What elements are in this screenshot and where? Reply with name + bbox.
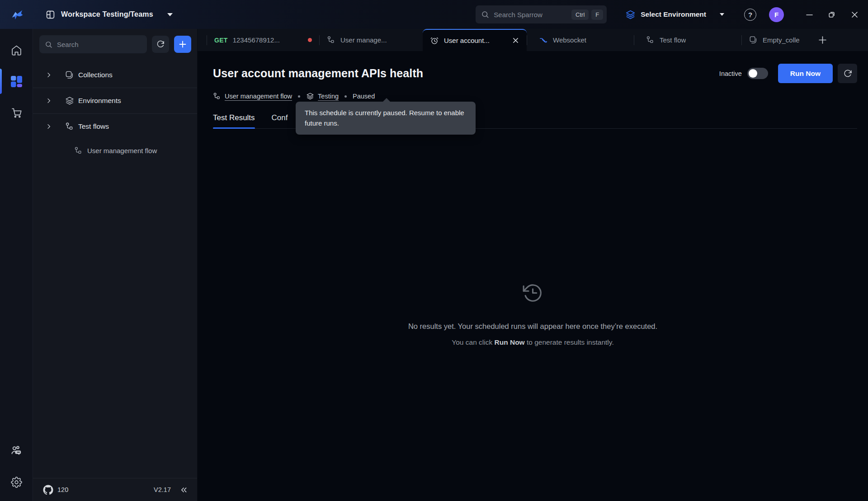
environments-icon bbox=[65, 96, 74, 105]
nav-home[interactable] bbox=[10, 44, 23, 56]
flow-icon bbox=[646, 36, 655, 44]
sidebar-item-label: Test flows bbox=[78, 122, 109, 131]
chevron-down-icon bbox=[167, 13, 173, 16]
collections-icon bbox=[65, 70, 74, 80]
sidebar-add-button[interactable] bbox=[174, 36, 191, 53]
tab-label: Test flow bbox=[660, 36, 686, 44]
help-button[interactable]: ? bbox=[744, 9, 756, 21]
http-method-badge: GET bbox=[214, 37, 228, 44]
sparrow-app: Workspace Testing/Teams Ctrl F Se bbox=[0, 0, 868, 501]
tab-label: User manage... bbox=[340, 36, 387, 44]
new-tab-button[interactable] bbox=[812, 29, 833, 51]
breadcrumb-flow-link[interactable]: User management flow bbox=[213, 92, 292, 100]
sidebar-footer: 120 V2.17 bbox=[33, 478, 197, 501]
tab-label: Websocket bbox=[553, 36, 586, 44]
primary-nav-rail bbox=[0, 29, 33, 501]
unsaved-dot-icon bbox=[308, 38, 312, 42]
run-now-button[interactable]: Run Now bbox=[778, 64, 833, 83]
topbar: Workspace Testing/Teams Ctrl F Se bbox=[0, 0, 868, 29]
close-tab-icon[interactable] bbox=[512, 37, 519, 44]
refresh-results-button[interactable] bbox=[838, 64, 857, 83]
breadcrumb-dot bbox=[344, 95, 347, 98]
nav-marketplace[interactable] bbox=[10, 106, 23, 119]
chevron-right-icon bbox=[46, 98, 52, 104]
environment-selector[interactable]: Select Environment bbox=[626, 10, 724, 19]
tab-rest-request[interactable]: GET 12345678912... bbox=[207, 29, 319, 51]
breadcrumb-dot bbox=[298, 95, 300, 98]
alarm-icon bbox=[430, 36, 439, 45]
schedule-actions: Inactive Run Now bbox=[719, 64, 857, 83]
sidebar-item-collections[interactable]: Collections bbox=[33, 62, 197, 88]
tab-test-results[interactable]: Test Results bbox=[213, 113, 255, 128]
schedule-status-label: Inactive bbox=[719, 70, 742, 77]
empty-state-message: No results yet. Your scheduled runs will… bbox=[408, 322, 657, 331]
collections-icon bbox=[749, 36, 758, 44]
sidebar-search[interactable] bbox=[39, 35, 147, 53]
tab-user-account-schedule[interactable]: User account... bbox=[423, 29, 527, 51]
empty-state-hint: You can click Run Now to generate result… bbox=[452, 338, 613, 346]
sidebar: Collections Environments bbox=[33, 29, 198, 501]
schedule-status-badge: Paused bbox=[353, 93, 375, 100]
flow-icon bbox=[327, 36, 335, 44]
breadcrumb: User management flow Testing Paused bbox=[213, 92, 857, 100]
sidebar-item-label: Collections bbox=[78, 71, 113, 79]
schedule-active-toggle[interactable] bbox=[747, 68, 768, 79]
history-icon bbox=[522, 282, 543, 304]
nav-workspace-active[interactable] bbox=[10, 75, 23, 88]
flow-icon bbox=[65, 122, 74, 131]
schedule-detail-panel: User account management APIs health Inac… bbox=[198, 51, 868, 501]
tab-websocket[interactable]: Websocket bbox=[527, 29, 634, 51]
empty-results-state: No results yet. Your scheduled runs will… bbox=[198, 282, 868, 346]
tabbar: GET 12345678912... User manage... bbox=[198, 29, 868, 51]
window-controls bbox=[806, 11, 858, 18]
toggle-knob bbox=[749, 69, 757, 78]
github-star-count: 120 bbox=[57, 486, 68, 493]
help-glyph: ? bbox=[748, 11, 752, 19]
rail-bottom-group bbox=[10, 445, 23, 501]
dashboard-icon bbox=[10, 75, 23, 88]
breadcrumb-environment-link[interactable]: Testing bbox=[306, 92, 339, 100]
sidebar-item-environments[interactable]: Environments bbox=[33, 88, 197, 113]
avatar[interactable]: F bbox=[769, 7, 784, 22]
sidebar-item-test-flows[interactable]: Test flows bbox=[33, 114, 197, 139]
workarea: GET 12345678912... User manage... bbox=[198, 29, 868, 501]
workspace-layout-icon bbox=[46, 10, 55, 19]
tab-label: Empty_colle bbox=[763, 36, 800, 44]
keycap-f: F bbox=[591, 9, 603, 20]
active-nav-indicator bbox=[0, 69, 2, 94]
sidebar-item-label: Environments bbox=[78, 97, 121, 105]
workspace-selector[interactable]: Workspace Testing/Teams bbox=[46, 10, 173, 19]
hint-run-now: Run Now bbox=[495, 338, 525, 346]
sidebar-search-input[interactable] bbox=[57, 41, 147, 48]
environment-label: Select Environment bbox=[641, 10, 706, 19]
app-version: V2.17 bbox=[154, 486, 171, 493]
tab-configuration[interactable]: Conf bbox=[272, 113, 288, 128]
workspace-label: Workspace Testing/Teams bbox=[61, 10, 153, 19]
websocket-icon bbox=[539, 36, 548, 45]
global-search-input[interactable] bbox=[494, 11, 569, 19]
minimize-button[interactable] bbox=[806, 11, 813, 18]
layers-icon bbox=[306, 92, 314, 100]
nav-settings[interactable] bbox=[10, 476, 23, 488]
sidebar-tree: Collections Environments bbox=[33, 59, 197, 162]
layers-icon bbox=[626, 10, 635, 19]
tab-empty-collection[interactable]: Empty_colle bbox=[742, 29, 812, 51]
collapse-sidebar-button[interactable] bbox=[179, 486, 188, 494]
breadcrumb-flow-label: User management flow bbox=[225, 93, 292, 100]
tab-test-flow[interactable]: Test flow bbox=[634, 29, 741, 51]
chevron-right-icon bbox=[46, 72, 52, 78]
keycap-ctrl: Ctrl bbox=[571, 9, 589, 20]
close-button[interactable] bbox=[851, 11, 858, 18]
search-icon bbox=[481, 10, 489, 19]
github-stars[interactable]: 120 bbox=[43, 485, 68, 495]
maximize-button[interactable] bbox=[828, 11, 835, 18]
hint-prefix: You can click bbox=[452, 338, 494, 346]
paused-schedule-tooltip: This schedule is currently paused. Resum… bbox=[296, 102, 476, 135]
global-search[interactable]: Ctrl F bbox=[476, 5, 607, 23]
sidebar-subitem-user-management-flow[interactable]: User management flow bbox=[33, 139, 197, 162]
tab-user-management-flow[interactable]: User manage... bbox=[320, 29, 423, 51]
sidebar-refresh-button[interactable] bbox=[152, 36, 169, 53]
nav-community[interactable] bbox=[10, 445, 23, 457]
flow-icon bbox=[74, 146, 83, 155]
tab-label: 12345678912... bbox=[233, 36, 280, 44]
